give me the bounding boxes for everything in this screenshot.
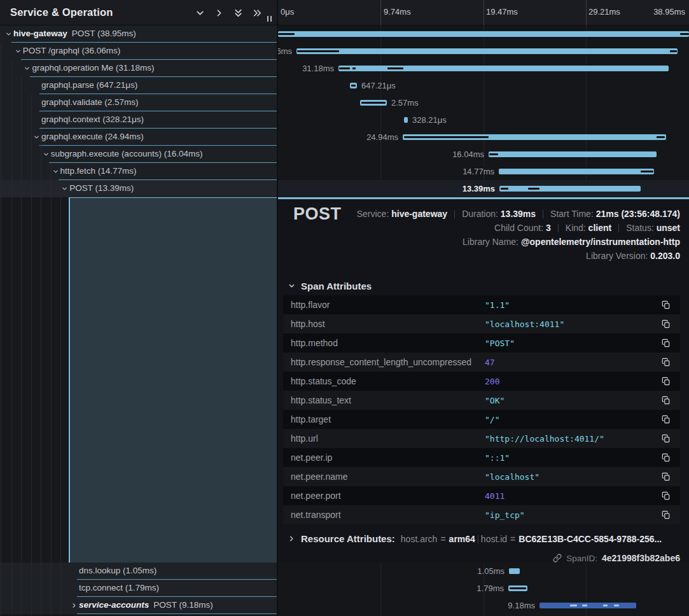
copy-button[interactable] (655, 510, 680, 519)
attribute-row: net.peer.port4011 (283, 486, 680, 505)
copy-icon (662, 319, 671, 328)
span-tree-row[interactable]: subgraph.execute (accounts) (16.04ms) (0, 146, 277, 163)
attribute-key: http.method (283, 338, 483, 348)
meta-value: hive-gateway (391, 209, 447, 219)
span-duration-label: 2.57ms (391, 98, 419, 108)
attribute-value: "1.1" (483, 300, 655, 310)
copy-button[interactable] (655, 300, 680, 309)
copy-button[interactable] (655, 472, 680, 481)
expand-one-icon[interactable] (214, 8, 225, 18)
copy-button[interactable] (655, 377, 680, 386)
span-duration-bar[interactable] (508, 585, 527, 591)
attribute-key: http.host (283, 319, 483, 329)
span-tree-row[interactable]: http.fetch (14.77ms) (0, 163, 277, 180)
child-span-segment (339, 67, 350, 69)
span-duration-bar[interactable] (489, 151, 657, 157)
copy-icon (662, 434, 671, 443)
chevron-down-icon (288, 283, 295, 290)
copy-icon (662, 472, 671, 481)
span-duration-bar[interactable] (360, 100, 387, 106)
resource-attributes-row[interactable]: Resource Attributes: host.arch=arm64host… (288, 533, 662, 544)
copy-icon (662, 491, 671, 500)
span-attributes-toggle[interactable]: Span Attributes (288, 281, 372, 291)
panel-resize-handle[interactable] (267, 16, 272, 22)
grid-line (380, 0, 381, 25)
span-tree-row[interactable]: dns.lookup (1.05ms) (0, 563, 277, 580)
chevron-down-icon[interactable] (43, 151, 50, 158)
span-tree-row[interactable]: POST (13.39ms) (0, 180, 277, 197)
span-duration-bar[interactable] (499, 186, 641, 192)
span-tree-row[interactable]: graphql.operation Me (31.18ms) (0, 60, 277, 77)
child-span-segment (489, 153, 498, 155)
span-tree-row[interactable]: tcp.connect (1.79ms) (0, 580, 277, 597)
child-span-segment (582, 605, 587, 606)
attribute-key: http.flavor (283, 300, 483, 310)
child-span-segment (680, 33, 689, 35)
resource-attribute: host.arch=arm64 (401, 534, 475, 544)
span-tree-row[interactable]: graphql.context (328.21μs) (0, 111, 277, 129)
span-duration-bar[interactable] (278, 31, 689, 37)
copy-button[interactable] (655, 415, 680, 424)
expand-all-icon[interactable] (252, 8, 263, 18)
meta-line: Library Name: @opentelemetry/instrumenta… (357, 235, 680, 249)
chevron-right-icon[interactable] (71, 602, 78, 609)
collapse-one-icon[interactable] (195, 8, 205, 18)
copy-button[interactable] (655, 339, 680, 347)
span-name-label: POST /graphql (36.06ms) (23, 46, 121, 55)
span-tree-row[interactable]: service-accountsPOST (9.18ms) (0, 597, 277, 614)
attribute-value: "localhost" (483, 472, 655, 482)
collapse-all-icon[interactable] (233, 8, 244, 18)
span-tree-row[interactable]: POST /graphql (36.06ms) (0, 43, 277, 60)
meta-value: 13.39ms (501, 209, 536, 219)
span-meta: Service: hive-gatewayDuration: 13.39msSt… (357, 207, 680, 263)
span-detail-panel: POST Service: hive-gatewayDuration: 13.3… (278, 197, 689, 563)
attribute-row: http.flavor"1.1" (283, 295, 680, 314)
span-tree-row[interactable]: hive-gatewayPOST (38.95ms) (0, 25, 277, 43)
span-duration-bar[interactable] (404, 117, 408, 123)
copy-button[interactable] (655, 491, 680, 500)
span-tree-row[interactable]: graphql.parse (647.21μs) (0, 77, 277, 94)
span-duration-bar[interactable] (509, 568, 520, 574)
span-duration-bar[interactable] (338, 66, 669, 71)
service-name: service-accounts (79, 600, 149, 610)
attribute-value: "::1" (483, 453, 655, 463)
span-name-label: subgraph.execute (accounts) (16.04ms) (51, 149, 203, 158)
chevron-down-icon[interactable] (5, 31, 12, 38)
span-duration-bar[interactable] (350, 83, 357, 88)
copy-button[interactable] (655, 358, 680, 367)
attribute-value: "ip_tcp" (483, 510, 655, 520)
span-duration-bar[interactable] (403, 134, 666, 140)
meta-value: client (588, 223, 612, 233)
copy-icon (662, 396, 671, 405)
span-tree-row[interactable]: graphql.execute (24.94ms) (0, 129, 277, 146)
meta-value: 3 (546, 223, 551, 233)
meta-label: Duration: (462, 209, 501, 219)
equals-sign: = (440, 534, 445, 544)
link-icon[interactable] (553, 554, 562, 563)
copy-button[interactable] (655, 434, 680, 443)
chevron-down-icon[interactable] (61, 185, 68, 192)
child-span-segment (351, 85, 356, 87)
copy-button[interactable] (655, 453, 680, 462)
copy-button[interactable] (655, 319, 680, 328)
copy-button[interactable] (655, 396, 680, 405)
chevron-down-icon[interactable] (15, 48, 22, 55)
attribute-row: http.response_content_length_uncompresse… (283, 353, 680, 372)
resource-value: BC62E13B-C4CC-5854-9788-256... (518, 534, 662, 544)
span-name-label: POST (13.39ms) (69, 183, 134, 193)
span-name-label: service-accountsPOST (9.18ms) (79, 600, 213, 610)
resource-attributes-title: Resource Attributes: (301, 533, 395, 544)
chevron-down-icon[interactable] (52, 168, 59, 175)
span-duration-bar[interactable] (539, 603, 636, 608)
span-tree-row[interactable]: graphql.validate (2.57ms) (0, 94, 277, 111)
meta-value: unset (657, 223, 680, 233)
timeline-tick-label: 9.74ms (384, 7, 411, 17)
span-duration-bar[interactable] (296, 48, 678, 54)
chevron-down-icon[interactable] (24, 65, 31, 72)
child-span-segment (501, 188, 508, 190)
span-name-label: graphql.validate (2.57ms) (41, 97, 138, 107)
span-duration-bar[interactable] (499, 169, 654, 174)
resource-attribute: host.id=BC62E13B-C4CC-5854-9788-256... (481, 534, 662, 544)
panel-divider[interactable] (277, 0, 278, 616)
chevron-down-icon[interactable] (33, 134, 40, 141)
